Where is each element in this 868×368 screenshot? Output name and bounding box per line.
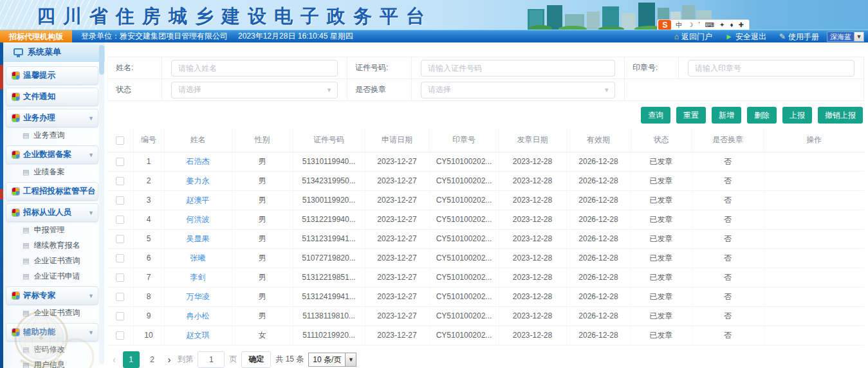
chevron-down-icon: ▼	[88, 210, 94, 216]
keyboard-icon[interactable]: ⌨	[703, 20, 717, 30]
sidebar-group-item-3[interactable]: 企业数据备案▼	[6, 145, 98, 164]
sidebar-subitem-5-1[interactable]: ▤继续教育报名	[6, 237, 98, 253]
person-name-link[interactable]: 吴显果	[187, 234, 210, 243]
row-checkbox-cell	[107, 326, 133, 345]
header-checkbox-cell	[107, 129, 133, 152]
sidebar-subitem-5-2[interactable]: ▤企业证书查询	[6, 253, 98, 268]
data-cell: 2026-12-28	[566, 210, 631, 229]
query-button[interactable]: 查询	[641, 107, 670, 124]
theme-select[interactable]: 深海蓝 ▼	[827, 32, 864, 42]
data-cell: CY510100202...	[429, 190, 499, 210]
page-button-1[interactable]: 1	[123, 351, 140, 368]
name-cell: 冉小松	[164, 306, 232, 326]
sidebar-subitem-5-0[interactable]: ▤申报管理	[6, 222, 98, 237]
data-cell: 女	[232, 326, 293, 345]
row-checkbox[interactable]	[116, 216, 124, 224]
skin-icon[interactable]: ♦	[728, 20, 736, 30]
punctuation-icon[interactable]: ’	[696, 20, 702, 30]
data-cell: 男	[232, 306, 293, 326]
data-cell	[764, 152, 864, 171]
sidebar-subitem-3-0[interactable]: ▤业绩备案	[6, 164, 98, 179]
report-button[interactable]: 上报	[782, 107, 812, 124]
row-checkbox[interactable]	[116, 312, 124, 320]
chinese-mode-icon[interactable]: 中	[673, 20, 685, 30]
sidebar-scrollbar[interactable]	[99, 45, 104, 364]
data-cell: 8	[133, 287, 164, 306]
select-all-checkbox[interactable]	[116, 136, 124, 145]
action-button-row: 查询重置新增删除上报撤销上报	[107, 107, 863, 124]
sidebar-group-item-1[interactable]: 文件通知	[6, 87, 98, 106]
sogou-logo[interactable]: S	[658, 20, 671, 30]
table-row: 3赵澳平男51300119920...2023-12-27CY510100202…	[107, 190, 864, 210]
row-checkbox[interactable]	[116, 177, 124, 185]
column-header: 申请日期	[365, 129, 429, 152]
next-page-icon[interactable]: ›	[165, 354, 174, 365]
delete-button[interactable]: 删除	[747, 107, 777, 124]
add-button[interactable]: 新增	[712, 107, 741, 124]
data-cell: 2026-12-28	[566, 287, 631, 306]
revoke-report-button[interactable]: 撤销上报	[818, 107, 863, 124]
row-checkbox[interactable]	[116, 293, 124, 301]
prev-page-icon[interactable]: ‹	[110, 354, 118, 365]
person-name-link[interactable]: 何洪波	[187, 215, 210, 224]
person-name-link[interactable]: 冉小松	[187, 311, 210, 320]
data-cell: 2023-12-27	[365, 171, 429, 190]
data-cell: 2026-12-28	[566, 229, 631, 248]
person-name-link[interactable]: 赵文琪	[187, 331, 210, 340]
page-unit-label: 页	[229, 354, 237, 365]
hand-icon[interactable]: ✦	[717, 20, 727, 30]
sidebar-group-label: 温馨提示	[23, 70, 94, 81]
data-cell: CY510100202...	[429, 268, 499, 287]
person-name-link[interactable]: 石浩杰	[187, 157, 210, 166]
name-input[interactable]	[171, 60, 338, 77]
sidebar-group-item-0[interactable]: 温馨提示	[6, 66, 98, 85]
user-manual-link[interactable]: ✎ 使用手册	[774, 32, 824, 42]
sidebar-group-item-2[interactable]: 业务办理▼	[6, 109, 98, 127]
row-checkbox[interactable]	[116, 254, 124, 262]
return-portal-link[interactable]: ⌂ 返回门户	[669, 32, 717, 42]
person-name-link[interactable]: 张曦	[190, 253, 206, 262]
page-size-value: 10 条/页	[309, 353, 345, 366]
column-header: 姓名	[164, 129, 232, 152]
sidebar-group-item-4[interactable]: 工程招投标监管平台	[6, 182, 98, 201]
sidebar-subitem-2-0[interactable]: ▤业务查询	[6, 127, 98, 143]
app-header: 四川省住房城乡建设电子政务平台 S 中 ☽ ’ ⌨ ✦ ♦ ✚	[0, 0, 868, 30]
data-cell: 51072719820...	[293, 248, 365, 268]
row-checkbox[interactable]	[116, 158, 124, 166]
seal-change-select[interactable]: 请选择 ▼	[421, 82, 615, 98]
row-checkbox[interactable]	[116, 331, 124, 340]
person-name-link[interactable]: 万华凌	[187, 292, 210, 301]
seal-number-input[interactable]	[688, 60, 854, 77]
data-cell: 2023-12-27	[365, 248, 429, 268]
person-name-link[interactable]: 李剑	[190, 273, 206, 282]
wrench-icon[interactable]: ✚	[736, 20, 746, 30]
safe-exit-link[interactable]: ► 安全退出	[720, 32, 771, 42]
data-cell: 1	[133, 152, 164, 171]
sidebar-group-item-5[interactable]: 招标从业人员▼	[6, 203, 98, 222]
status-select[interactable]: 请选择 ▼	[171, 82, 338, 98]
person-name-link[interactable]: 赵澳平	[187, 196, 210, 205]
data-cell: 3	[133, 190, 164, 210]
reset-button[interactable]: 重置	[676, 107, 706, 124]
data-cell: CY510100202...	[429, 152, 499, 171]
data-cell: 2023-12-28	[499, 171, 566, 190]
chevron-down-icon: ▼	[604, 87, 609, 93]
goto-page-input[interactable]	[198, 351, 225, 368]
row-checkbox-cell	[107, 268, 133, 287]
name-cell: 万华凌	[164, 287, 232, 306]
name-cell: 石浩杰	[164, 152, 232, 171]
row-checkbox[interactable]	[116, 273, 124, 282]
page-button-2[interactable]: 2	[144, 351, 161, 368]
data-cell: 2026-12-28	[566, 306, 631, 326]
row-checkbox[interactable]	[116, 235, 124, 243]
id-number-input[interactable]	[421, 60, 615, 77]
moon-icon[interactable]: ☽	[685, 20, 696, 30]
row-checkbox[interactable]	[116, 196, 124, 205]
goto-confirm-button[interactable]: 确定	[241, 351, 271, 368]
login-unit-label: 登录单位：雅安交建集团项目管理有限公司	[81, 31, 228, 42]
records-table: 编号姓名性别证件号码申请日期印章号发章日期有效期状态是否换章操作1石浩杰男513…	[107, 129, 864, 345]
person-name-link[interactable]: 姜力永	[187, 176, 210, 185]
sidebar-subitem-5-3[interactable]: ▤企业证书申请	[6, 268, 98, 284]
sidebar-group-label: 招标从业人员	[23, 207, 84, 218]
page-size-select[interactable]: 10 条/页 ▼	[308, 353, 356, 367]
